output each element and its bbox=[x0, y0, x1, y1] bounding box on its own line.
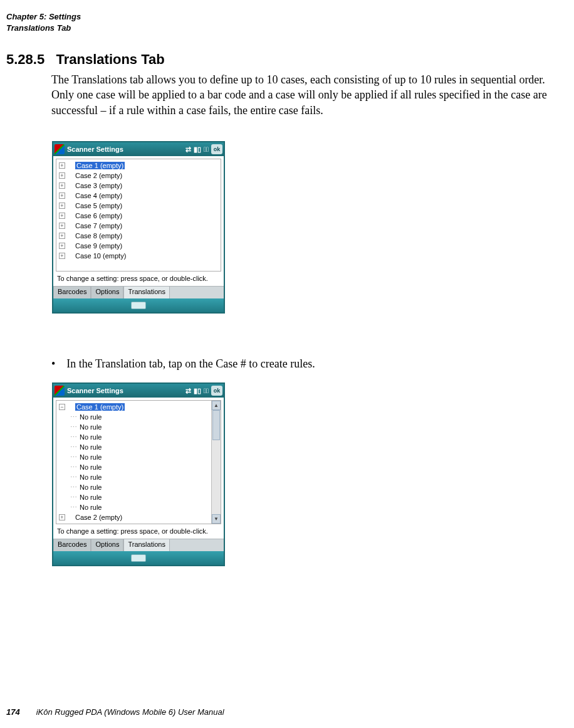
tab-options[interactable]: Options bbox=[91, 287, 123, 298]
rule-label[interactable]: No rule bbox=[80, 423, 102, 431]
rule-label[interactable]: No rule bbox=[80, 443, 102, 451]
keyboard-icon[interactable] bbox=[131, 554, 146, 562]
manual-title: iKôn Rugged PDA (Windows Mobile 6) User … bbox=[36, 707, 224, 717]
start-icon[interactable] bbox=[55, 386, 65, 396]
rule-label[interactable]: No rule bbox=[80, 433, 102, 441]
page-footer: 174iKôn Rugged PDA (Windows Mobile 6) Us… bbox=[6, 707, 224, 717]
rule-row[interactable]: ⋯No rule bbox=[56, 422, 221, 432]
signal-icon[interactable]: ▮▯ bbox=[194, 145, 201, 154]
speaker-icon[interactable]: ◀ͤ bbox=[204, 387, 209, 395]
case-row[interactable]: +Case 5 (empty) bbox=[56, 201, 221, 211]
connectivity-icon[interactable]: ⇄ bbox=[185, 145, 191, 154]
expand-icon[interactable]: + bbox=[59, 203, 65, 209]
instruction-bullet: •In the Translation tab, tap on the Case… bbox=[51, 357, 315, 371]
case-label[interactable]: Case 6 (empty) bbox=[75, 212, 122, 219]
case-label[interactable]: Case 3 (empty) bbox=[75, 182, 122, 189]
page-header: Chapter 5: Settings Translations Tab bbox=[6, 11, 81, 33]
section-title: Translations Tab bbox=[56, 51, 165, 67]
rule-row[interactable]: ⋯No rule bbox=[56, 502, 221, 512]
page-number: 174 bbox=[6, 707, 20, 717]
window-title: Scanner Settings bbox=[67, 387, 183, 394]
scroll-thumb[interactable] bbox=[212, 410, 220, 440]
bullet-text: In the Translation tab, tap on the Case … bbox=[66, 357, 315, 370]
case-label[interactable]: Case 7 (empty) bbox=[75, 222, 122, 229]
rule-label[interactable]: No rule bbox=[80, 463, 102, 471]
speaker-icon[interactable]: ◀ͤ bbox=[204, 145, 209, 154]
case-label-selected[interactable]: Case 1 (empty) bbox=[75, 403, 125, 411]
signal-icon[interactable]: ▮▯ bbox=[194, 387, 201, 395]
case-row[interactable]: +Case 7 (empty) bbox=[56, 221, 221, 231]
chapter-label: Chapter 5: Settings bbox=[6, 11, 81, 23]
tab-translations[interactable]: Translations bbox=[123, 539, 170, 551]
tab-translations[interactable]: Translations bbox=[123, 287, 170, 298]
tab-barcodes[interactable]: Barcodes bbox=[53, 539, 91, 551]
case-row-1[interactable]: −Case 1 (empty) bbox=[56, 402, 221, 412]
expand-icon[interactable]: + bbox=[59, 213, 65, 219]
expand-icon[interactable]: + bbox=[59, 172, 65, 179]
tab-strip: Barcodes Options Translations bbox=[53, 539, 224, 551]
body-paragraph: The Translations tab allows you to defin… bbox=[51, 72, 561, 118]
connectivity-icon[interactable]: ⇄ bbox=[185, 387, 191, 395]
case-label[interactable]: Case 9 (empty) bbox=[75, 242, 122, 250]
expand-icon[interactable]: + bbox=[59, 193, 65, 199]
vertical-scrollbar[interactable]: ▲ ▼ bbox=[211, 401, 221, 524]
rule-label[interactable]: No rule bbox=[80, 453, 102, 461]
case-label[interactable]: Case 8 (empty) bbox=[75, 232, 122, 240]
start-icon[interactable] bbox=[55, 144, 65, 154]
rule-label[interactable]: No rule bbox=[80, 493, 102, 501]
case-row[interactable]: +Case 6 (empty) bbox=[56, 211, 221, 221]
rule-label[interactable]: No rule bbox=[80, 504, 102, 511]
case-row[interactable]: +Case 2 (empty) bbox=[56, 171, 221, 181]
case-label[interactable]: Case 2 (empty) bbox=[75, 514, 122, 521]
case-label[interactable]: Case 10 (empty) bbox=[75, 252, 126, 260]
rule-row[interactable]: ⋯No rule bbox=[56, 492, 221, 502]
case-row[interactable]: +Case 9 (empty) bbox=[56, 241, 221, 251]
case-label[interactable]: Case 4 (empty) bbox=[75, 192, 122, 199]
expand-icon[interactable]: + bbox=[59, 514, 65, 520]
hint-text: To change a setting: press space, or dou… bbox=[53, 525, 224, 539]
scroll-track[interactable] bbox=[212, 410, 221, 514]
ok-button[interactable]: ok bbox=[211, 144, 222, 154]
case-row[interactable]: +Case 4 (empty) bbox=[56, 191, 221, 201]
case-label[interactable]: Case 5 (empty) bbox=[75, 202, 122, 209]
expand-icon[interactable]: + bbox=[59, 243, 65, 249]
case-row-1[interactable]: +Case 1 (empty) bbox=[56, 161, 221, 171]
rule-row[interactable]: ⋯No rule bbox=[56, 442, 221, 452]
expand-icon[interactable]: + bbox=[59, 182, 65, 189]
case-tree[interactable]: +Case 1 (empty) +Case 2 (empty) +Case 3 … bbox=[56, 159, 221, 272]
scroll-down-button[interactable]: ▼ bbox=[212, 514, 221, 524]
rule-row[interactable]: ⋯No rule bbox=[56, 412, 221, 422]
screenshot-translations-collapsed: Scanner Settings ⇄ ▮▯ ◀ͤ ok +Case 1 (emp… bbox=[52, 141, 225, 314]
titlebar-icons: ⇄ ▮▯ ◀ͤ bbox=[185, 387, 209, 395]
hint-text: To change a setting: press space, or dou… bbox=[53, 273, 224, 286]
case-row-2[interactable]: +Case 2 (empty) bbox=[56, 512, 221, 522]
case-row[interactable]: +Case 8 (empty) bbox=[56, 231, 221, 241]
screenshot-translations-expanded: Scanner Settings ⇄ ▮▯ ◀ͤ ok −Case 1 (emp… bbox=[52, 382, 225, 566]
expand-icon[interactable]: + bbox=[59, 253, 65, 259]
rule-row[interactable]: ⋯No rule bbox=[56, 462, 221, 472]
rule-row[interactable]: ⋯No rule bbox=[56, 482, 221, 492]
section-heading: 5.28.5 Translations Tab bbox=[6, 51, 165, 68]
scroll-up-button[interactable]: ▲ bbox=[212, 401, 221, 410]
rule-label[interactable]: No rule bbox=[80, 413, 102, 421]
window-titlebar: Scanner Settings ⇄ ▮▯ ◀ͤ ok bbox=[53, 142, 224, 156]
window-title: Scanner Settings bbox=[67, 145, 183, 153]
ok-button[interactable]: ok bbox=[211, 386, 222, 396]
collapse-icon[interactable]: − bbox=[59, 404, 65, 410]
tab-barcodes[interactable]: Barcodes bbox=[53, 287, 91, 298]
rule-row[interactable]: ⋯No rule bbox=[56, 472, 221, 482]
rule-row[interactable]: ⋯No rule bbox=[56, 432, 221, 442]
case-row[interactable]: +Case 10 (empty) bbox=[56, 251, 221, 261]
expand-icon[interactable]: + bbox=[59, 233, 65, 239]
case-tree-expanded[interactable]: −Case 1 (empty) ⋯No rule ⋯No rule ⋯No ru… bbox=[56, 400, 221, 524]
rule-label[interactable]: No rule bbox=[80, 483, 102, 491]
tab-options[interactable]: Options bbox=[91, 539, 123, 551]
rule-row[interactable]: ⋯No rule bbox=[56, 452, 221, 462]
case-row[interactable]: +Case 3 (empty) bbox=[56, 181, 221, 191]
expand-icon[interactable]: + bbox=[59, 223, 65, 229]
rule-label[interactable]: No rule bbox=[80, 473, 102, 481]
case-label[interactable]: Case 2 (empty) bbox=[75, 172, 122, 179]
keyboard-icon[interactable] bbox=[131, 302, 146, 309]
case-label-selected[interactable]: Case 1 (empty) bbox=[75, 162, 125, 169]
expand-icon[interactable]: + bbox=[59, 162, 65, 169]
